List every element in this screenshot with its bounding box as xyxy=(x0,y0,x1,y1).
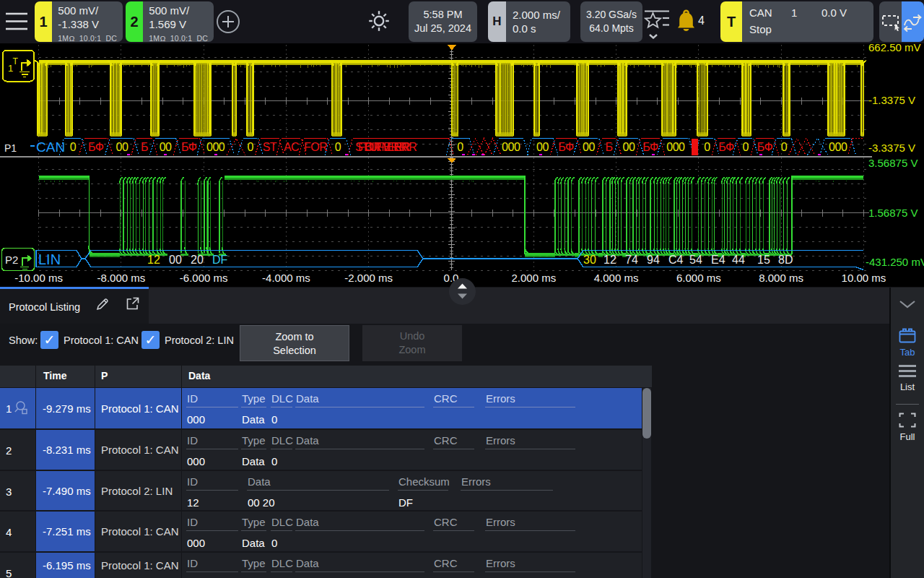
svg-text:БФ: БФ xyxy=(88,141,104,153)
svg-text:0: 0 xyxy=(457,141,463,153)
svg-text:0: 0 xyxy=(335,141,341,153)
svg-text:0: 0 xyxy=(704,141,710,153)
svg-text:БФ: БФ xyxy=(642,141,658,153)
svg-text:БФ: БФ xyxy=(718,141,734,153)
svg-text:000: 000 xyxy=(666,141,685,153)
svg-text:00: 00 xyxy=(623,141,635,153)
svg-text:44: 44 xyxy=(732,254,745,266)
svg-text:6.000 ms: 6.000 ms xyxy=(676,272,721,284)
svg-text:00: 00 xyxy=(536,141,549,153)
svg-text:DF: DF xyxy=(212,254,228,266)
svg-text:0: 0 xyxy=(742,141,749,153)
svg-text:T: T xyxy=(13,56,19,66)
svg-text:1.56875 V: 1.56875 V xyxy=(868,207,918,219)
svg-text:0: 0 xyxy=(248,141,254,153)
svg-text:00: 00 xyxy=(116,141,128,153)
svg-text:0: 0 xyxy=(781,141,788,153)
svg-text:000: 000 xyxy=(502,141,520,153)
svg-text:-2.000 ms: -2.000 ms xyxy=(344,272,393,284)
svg-text:Б: Б xyxy=(141,141,148,153)
svg-text:-6.000 ms: -6.000 ms xyxy=(180,272,228,284)
svg-text:-1.3375 V: -1.3375 V xyxy=(868,94,915,106)
svg-text:2.000 ms: 2.000 ms xyxy=(511,272,556,284)
svg-text:BIT ERR: BIT ERR xyxy=(364,141,406,153)
svg-text:БФ: БФ xyxy=(757,141,773,153)
svg-text:00: 00 xyxy=(160,141,172,153)
svg-text:E4: E4 xyxy=(711,254,725,266)
svg-text:БФ: БФ xyxy=(558,141,574,153)
svg-text:CAN: CAN xyxy=(36,139,65,155)
svg-text:00: 00 xyxy=(583,141,595,153)
svg-text:30: 30 xyxy=(583,254,596,266)
svg-text:54: 54 xyxy=(689,254,702,266)
svg-text:AC: AC xyxy=(284,141,299,153)
svg-text:ST: ST xyxy=(263,141,277,153)
svg-text:15: 15 xyxy=(757,254,770,266)
svg-text:C4: C4 xyxy=(668,254,684,266)
svg-text:3.56875 V: 3.56875 V xyxy=(868,157,918,169)
svg-text:-4.000 ms: -4.000 ms xyxy=(262,272,310,284)
svg-text:-431.250 mV: -431.250 mV xyxy=(866,256,924,268)
svg-text:-8.000 ms: -8.000 ms xyxy=(97,272,146,284)
svg-text:12: 12 xyxy=(603,254,616,266)
svg-text:00: 00 xyxy=(169,254,182,266)
svg-text:10.00 ms: 10.00 ms xyxy=(842,272,886,284)
svg-text:LIN: LIN xyxy=(38,251,61,267)
svg-text:-10.00 ms: -10.00 ms xyxy=(14,272,63,284)
svg-text:8D: 8D xyxy=(778,254,793,266)
svg-text:FOR: FOR xyxy=(304,141,327,153)
svg-text:20: 20 xyxy=(191,254,204,266)
svg-text:0: 0 xyxy=(70,141,77,153)
svg-text:74: 74 xyxy=(625,254,638,266)
svg-text:000: 000 xyxy=(206,141,225,153)
svg-text:4.000 ms: 4.000 ms xyxy=(594,272,639,284)
svg-text:8.000 ms: 8.000 ms xyxy=(759,272,803,284)
svg-text:000: 000 xyxy=(829,141,847,153)
svg-text:Б: Б xyxy=(606,141,613,153)
svg-text:12: 12 xyxy=(147,254,160,266)
svg-text:94: 94 xyxy=(647,254,660,266)
svg-text:P2: P2 xyxy=(5,254,18,266)
svg-text:БФ: БФ xyxy=(181,141,197,153)
svg-text:P1: P1 xyxy=(4,142,17,154)
svg-text:-3.3375 V: -3.3375 V xyxy=(868,142,915,154)
